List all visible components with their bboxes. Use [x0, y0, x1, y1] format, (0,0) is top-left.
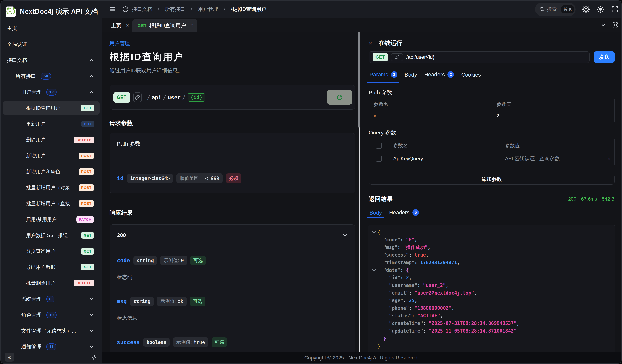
add-param-button[interactable]: 添加参数: [369, 174, 615, 184]
json-token-jn: 25: [409, 298, 415, 303]
url-input[interactable]: GET /api/user/{id}: [369, 51, 590, 63]
endpoint-path: /api/user/{id}: [146, 93, 205, 102]
fullscreen-button[interactable]: [611, 5, 619, 13]
tab-result-headers[interactable]: Headers 5: [389, 209, 419, 216]
tab-active-endpoint[interactable]: GET 根据ID查询用户 ×: [132, 19, 197, 32]
runner-close-icon[interactable]: ×: [369, 40, 372, 46]
row-select-cell: [369, 152, 389, 165]
tab-headers[interactable]: Headers 2: [424, 71, 454, 78]
gear-icon: [582, 5, 590, 13]
sidebar-item-0[interactable]: 主页: [3, 22, 99, 35]
chevron-up-icon: [89, 73, 94, 79]
response-status-row[interactable]: 200: [117, 231, 348, 238]
json-line-3: "success": true,: [368, 251, 613, 259]
path-params-card: Path 参数 id integer<int64> 取值范围：<=999 必须: [110, 133, 355, 193]
tab-body-label: Body: [405, 72, 417, 78]
json-collapse-toggle[interactable]: [371, 229, 377, 235]
tab-list-dropdown-button[interactable]: [597, 18, 609, 32]
tab-params[interactable]: Params 2: [369, 71, 397, 78]
copy-link-button[interactable]: [133, 92, 142, 102]
json-line-9: "age": 25,: [368, 297, 613, 304]
param-name: id: [117, 175, 123, 182]
row-checkbox[interactable]: [376, 156, 382, 162]
sidebar-item-8[interactable]: 新增用户POST: [3, 149, 99, 163]
sidebar-item-3[interactable]: 所有接口58: [3, 70, 99, 83]
json-token-jb0: {: [378, 229, 381, 235]
param-name-cell[interactable]: ApiKeyQuery: [389, 152, 500, 165]
breadcrumb-item[interactable]: 用户管理: [198, 6, 218, 13]
param-value-cell[interactable]: API 密钥认证 - 查询参数×: [500, 152, 615, 165]
tab-maximize-button[interactable]: [609, 18, 621, 32]
logo-row[interactable]: NextDoc4j 演示 API 文档: [1, 1, 102, 19]
json-token-jp: :: [409, 252, 414, 258]
sidebar-item-15[interactable]: 导出用户数据GET: [3, 260, 99, 274]
remove-param-icon[interactable]: ×: [607, 156, 610, 162]
panel-resize-splitter[interactable]: [360, 32, 364, 352]
menu-toggle-button[interactable]: [108, 5, 117, 13]
request-tabs: Params 2 Body Headers 2 Cookies: [369, 71, 615, 82]
tab-body[interactable]: Body: [405, 72, 417, 78]
json-token-jp: ,: [428, 245, 430, 250]
param-name-cell[interactable]: id: [369, 109, 492, 122]
chevron-down-icon[interactable]: [342, 233, 348, 238]
sidebar-item-6[interactable]: 更新用户PUT: [3, 117, 99, 131]
tab-result-body[interactable]: Body: [369, 210, 382, 216]
breadcrumb-item[interactable]: 接口文档: [132, 6, 152, 13]
sidebar-item-10[interactable]: 批量新增用户（对象...POST: [3, 181, 99, 194]
table-row: ApiKeyQuery API 密钥认证 - 查询参数×: [369, 152, 615, 165]
select-all-checkbox[interactable]: [376, 143, 382, 149]
sidebar-pin-button[interactable]: [89, 353, 98, 362]
sidebar-item-7[interactable]: 删除用户DELETE: [3, 133, 99, 146]
tab-home-close-icon[interactable]: ×: [126, 23, 129, 28]
col-param-value: 参数值: [492, 99, 615, 109]
sidebar-item-9[interactable]: 新增用户和角色POST: [3, 165, 99, 178]
example-value: true: [194, 340, 205, 345]
sidebar-item-20[interactable]: 通知管理11: [3, 340, 99, 352]
tab-cookies[interactable]: Cookies: [461, 72, 481, 78]
breadcrumb-item[interactable]: 所有接口: [165, 6, 185, 13]
debug-connect-button[interactable]: [391, 53, 403, 61]
method-badge-get: GET: [81, 105, 94, 111]
theme-toggle-button[interactable]: [596, 5, 605, 13]
path-slash: /: [161, 94, 168, 101]
sidebar-item-4[interactable]: 用户管理12: [3, 85, 99, 99]
sidebar-item-18[interactable]: 角色管理10: [3, 308, 99, 322]
method-badge-put: PUT: [81, 121, 94, 127]
settings-button[interactable]: [582, 5, 590, 13]
send-button[interactable]: 发送: [594, 51, 615, 63]
search-shortcut-kbd: ⌘ K: [561, 5, 574, 13]
horizontal-resize-splitter[interactable]: [364, 189, 621, 189]
sidebar-item-1[interactable]: 全局认证: [3, 38, 99, 51]
param-value-cell[interactable]: 2: [492, 109, 615, 122]
endpoint-refresh-button[interactable]: [327, 90, 352, 105]
refresh-button[interactable]: [121, 5, 129, 13]
doc-group-link[interactable]: 用户管理: [110, 40, 130, 46]
sidebar-item-19[interactable]: 文件管理（无请求头）...: [3, 324, 99, 338]
runner-header: × 在线运行: [369, 39, 615, 46]
sidebar-item-11[interactable]: 批量新增用户（直接...POST: [3, 197, 99, 210]
tab-active-close-icon[interactable]: ×: [191, 23, 194, 28]
search-input[interactable]: 搜索 ⌘ K: [535, 2, 576, 16]
url-value[interactable]: /api/user/{id}: [406, 54, 434, 60]
col-param-name: 参数名: [389, 139, 500, 152]
path-params-label: Path 参数: [369, 90, 615, 96]
tab-home[interactable]: 主页 ×: [102, 19, 132, 32]
sidebar-item-5[interactable]: 根据ID查询用户GET: [3, 101, 99, 115]
example-label: 示例值:: [176, 339, 192, 345]
field-description: 状态信息: [117, 314, 348, 322]
sidebar-item-13[interactable]: 用户数据 SSE 推送GET: [3, 229, 99, 242]
doc-scrollbar-thumb[interactable]: [358, 32, 360, 127]
field-type-chip: boolean: [143, 338, 170, 347]
json-token-jp: ,: [409, 275, 412, 280]
json-collapse-toggle[interactable]: [371, 267, 377, 273]
json-token-jp: :: [409, 290, 415, 296]
method-badge-post: POST: [78, 184, 94, 191]
sidebar-item-2[interactable]: 接口文档: [3, 54, 99, 67]
tab-cookies-label: Cookies: [461, 72, 481, 78]
sidebar-item-17[interactable]: 系统管理8: [3, 292, 99, 306]
sidebar-item-16[interactable]: 批量删除用户DELETE: [3, 276, 99, 290]
sidebar-collapse-button[interactable]: «: [5, 353, 14, 362]
url-method-badge[interactable]: GET: [372, 53, 388, 61]
sidebar-item-12[interactable]: 启用/禁用用户PATCH: [3, 213, 99, 226]
sidebar-item-14[interactable]: 分页查询用户GET: [3, 245, 99, 258]
